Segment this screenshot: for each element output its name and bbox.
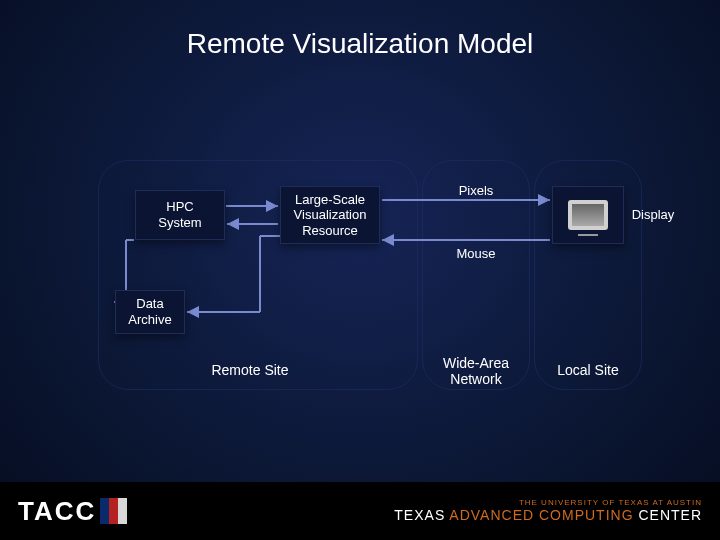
edge-label-mouse: Mouse [434,246,518,261]
edge-label-pixels: Pixels [434,183,518,198]
tacc-full-accent: ADVANCED COMPUTING [449,507,633,523]
slide-title: Remote Visualization Model [0,28,720,60]
region-label-network: Wide-Area Network [428,355,524,387]
footer: TACC THE UNIVERSITY OF TEXAS AT AUSTIN T… [0,482,720,540]
node-display-label: Display [628,207,678,222]
node-data-archive: Data Archive [115,290,185,334]
tacc-full-pre: TEXAS [394,507,449,523]
tacc-full-post: CENTER [634,507,702,523]
footer-right: THE UNIVERSITY OF TEXAS AT AUSTIN TEXAS … [394,499,702,523]
region-label-local: Local Site [540,362,636,378]
node-hpc-system: HPC System [135,190,225,240]
stripe-1 [100,498,109,524]
monitor-icon [568,200,608,230]
stripe-3 [118,498,127,524]
tacc-full-name: TEXAS ADVANCED COMPUTING CENTER [394,508,702,523]
node-visualization-resource: Large-Scale Visualization Resource [280,186,380,244]
tacc-logo-text: TACC [18,496,96,527]
stripe-2 [109,498,118,524]
region-label-remote: Remote Site [190,362,310,378]
tacc-logo-stripes [100,498,127,524]
tacc-logo: TACC [18,496,127,527]
node-display [552,186,624,244]
